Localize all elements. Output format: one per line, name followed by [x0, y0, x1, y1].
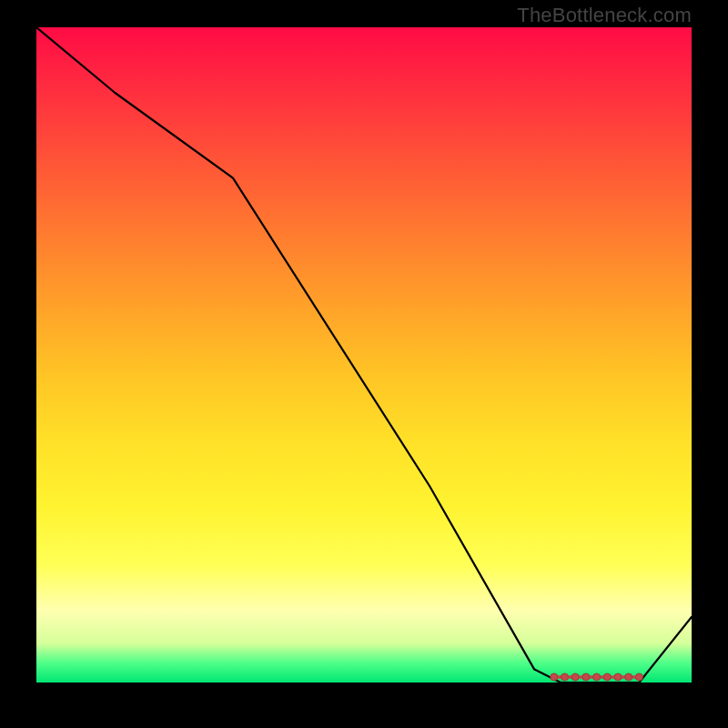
- marker-dot: [625, 673, 632, 681]
- bottleneck-curve: [36, 27, 692, 682]
- marker-dot: [593, 673, 601, 681]
- marker-dot: [635, 673, 642, 681]
- marker-dot: [582, 673, 590, 681]
- marker-dot: [571, 673, 579, 681]
- plot-area: [36, 27, 692, 682]
- chart-overlay: [36, 27, 692, 682]
- marker-dot: [561, 673, 569, 681]
- attribution-text: TheBottleneck.com: [517, 4, 692, 27]
- marker-dot: [603, 673, 611, 681]
- chart-frame: TheBottleneck.com: [0, 0, 728, 728]
- marker-dot: [551, 673, 558, 681]
- marker-group: [551, 673, 643, 681]
- marker-dot: [614, 673, 622, 681]
